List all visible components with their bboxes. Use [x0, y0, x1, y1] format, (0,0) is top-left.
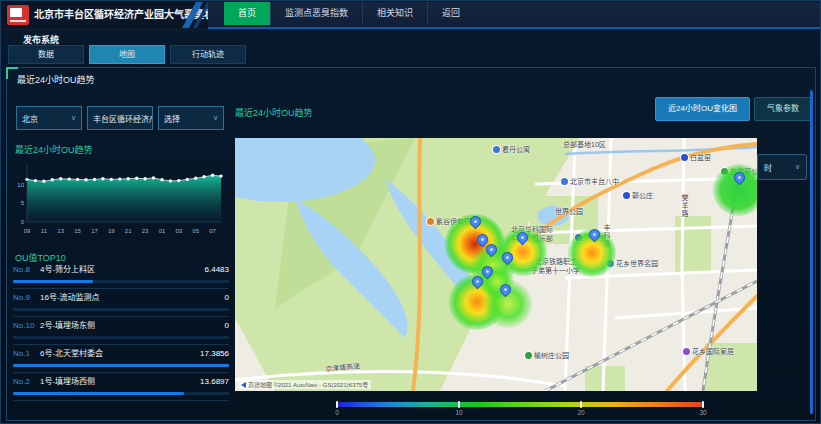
progress-bar — [13, 392, 184, 395]
school-icon — [561, 178, 568, 185]
chevron-down-icon: ∨ — [795, 163, 800, 171]
svg-text:5: 5 — [21, 200, 25, 206]
view-tab-2[interactable]: 行动轨迹 — [170, 45, 246, 64]
top-list-row[interactable]: No.16号-北天堂村委会17.3856 — [13, 345, 229, 373]
progress-bar — [13, 364, 229, 367]
view-tab-0[interactable]: 数据 — [8, 45, 84, 64]
map-label: 榆树庄公园 — [525, 350, 569, 360]
legend-tick-label: 20 — [577, 409, 584, 416]
ou-value: 13.6897 — [200, 376, 229, 388]
amap-logo-icon — [241, 382, 246, 388]
view-tab-1[interactable]: 地图 — [89, 45, 165, 64]
filter-select-0[interactable]: 北京∨ — [16, 106, 82, 130]
progress-bar — [13, 280, 93, 283]
svg-text:10: 10 — [17, 182, 24, 188]
heatmap-blob — [713, 164, 757, 216]
station-name: 2号-填埋场东侧 — [40, 320, 225, 332]
nav-item-3[interactable]: 返回 — [427, 2, 474, 25]
svg-text:11: 11 — [41, 228, 48, 234]
ou-value: 17.3856 — [200, 348, 229, 360]
progress-track — [13, 392, 229, 395]
station-name: 4号-筛分上料区 — [40, 264, 205, 276]
ou-top-list: No.84号-筛分上料区6.4483No.916号-流动监测点0No.102号-… — [13, 261, 229, 401]
subway-icon — [623, 192, 630, 199]
svg-text:23: 23 — [142, 228, 149, 234]
app-logo-icon — [7, 5, 29, 25]
ou-value: 0 — [225, 292, 229, 304]
trend-area-chart: 0510091113151719212301030507 — [11, 156, 227, 238]
legend-tick-mark — [702, 401, 704, 408]
scenic-icon — [427, 218, 434, 225]
svg-text:17: 17 — [91, 228, 98, 234]
nav-item-1[interactable]: 监测点恶臭指数 — [270, 2, 362, 25]
map-label: 郭公庄 — [623, 190, 653, 200]
filter-selects: 北京∨丰台区循环经济产∨选择∨ — [16, 106, 224, 130]
map-section-title: 最近24小时OU趋势 — [235, 106, 313, 119]
map-label: 北京市丰台八中 — [561, 176, 619, 186]
map-label: 世界公园 — [555, 206, 583, 216]
svg-text:21: 21 — [125, 228, 132, 234]
heat-legend-labels: 0102030 — [337, 409, 703, 418]
map-attribution: 高德地图 ©2021 AutoNavi - GS(2021)6375号 — [238, 380, 371, 389]
legend-tick-label: 10 — [455, 409, 462, 416]
svg-text:15: 15 — [74, 228, 81, 234]
panel-scrollbar[interactable] — [810, 90, 813, 414]
legend-tick-mark — [458, 401, 460, 408]
building-icon — [493, 146, 500, 153]
svg-text:13: 13 — [57, 228, 64, 234]
time-unit-select[interactable]: 时 ∨ — [757, 154, 807, 180]
legend-tick-mark — [580, 401, 582, 408]
rank-label: No.1 — [13, 348, 40, 360]
progress-track — [13, 364, 229, 367]
station-name: 1号-填埋场西侧 — [40, 376, 200, 388]
map-label: 总部基地10区 — [563, 139, 606, 149]
svg-text:19: 19 — [108, 228, 115, 234]
legend-tick-mark — [336, 401, 338, 408]
subway-icon — [681, 154, 688, 161]
chevron-down-icon: ∨ — [213, 114, 218, 122]
map-label: 看丹公寓 — [493, 144, 530, 154]
map-label: 樊羊路 — [679, 194, 689, 218]
heat-legend: 0102030 — [337, 402, 703, 418]
progress-track — [13, 308, 229, 311]
top-bar: 北京市丰台区循环经济产业园大气恶臭状况实时 首页监测点恶臭指数相关知识返回 — [1, 1, 820, 30]
top-list-row[interactable]: No.21号-填埋场西侧13.6897 — [13, 373, 229, 401]
station-name: 6号-北天堂村委会 — [40, 348, 200, 360]
rank-label: No.10 — [13, 320, 40, 332]
app-root: 北京市丰台区循环经济产业园大气恶臭状况实时 首页监测点恶臭指数相关知识返回 发布… — [0, 0, 821, 424]
legend-tick-label: 30 — [699, 409, 706, 416]
panel-title: 最近24小时OU趋势 — [17, 73, 95, 86]
rank-label: No.2 — [13, 376, 40, 388]
filter-select-1[interactable]: 丰台区循环经济产∨ — [87, 106, 153, 130]
map-button-1[interactable]: 气象参数 — [754, 97, 812, 121]
mall-icon — [683, 348, 690, 355]
trend-chart-title: 最近24小时OU趋势 — [15, 143, 93, 156]
top-list-row[interactable]: No.916号-流动监测点0 — [13, 289, 229, 317]
ou-value: 6.4483 — [205, 264, 229, 276]
rank-label: No.8 — [13, 264, 40, 276]
top-nav: 首页监测点恶臭指数相关知识返回 — [208, 2, 820, 29]
map-canvas[interactable]: 看丹公寓总部基地10区白盆窑白盆窑公园北京市丰台八中郭公庄世界公园大葆台紫谷伊甸… — [235, 138, 757, 391]
map-button-0[interactable]: 近24小时OU变化图 — [655, 97, 750, 121]
ou-value: 0 — [225, 320, 229, 332]
park-icon — [525, 352, 532, 359]
view-tabs: 数据地图行动轨迹 — [8, 45, 246, 64]
progress-track — [13, 336, 229, 339]
svg-text:0: 0 — [21, 219, 25, 225]
main-panel: 最近24小时OU趋势 北京∨丰台区循环经济产∨选择∨ 最近24小时OU趋势 05… — [6, 67, 816, 421]
top-list-row[interactable]: No.84号-筛分上料区6.4483 — [13, 261, 229, 289]
svg-text:07: 07 — [209, 228, 216, 234]
filter-select-2[interactable]: 选择∨ — [158, 106, 224, 130]
nav-item-0[interactable]: 首页 — [224, 2, 270, 25]
map-label: 花乡国际家居 — [683, 346, 734, 356]
legend-tick-label: 0 — [335, 409, 339, 416]
top-list-row[interactable]: No.102号-填埋场东侧0 — [13, 317, 229, 345]
nav-item-2[interactable]: 相关知识 — [362, 2, 427, 25]
chevron-down-icon: ∨ — [71, 114, 76, 122]
svg-text:03: 03 — [175, 228, 182, 234]
svg-text:01: 01 — [159, 228, 166, 234]
map-label: 白盆窑 — [681, 152, 711, 162]
station-name: 16号-流动监测点 — [40, 292, 225, 304]
rank-label: No.9 — [13, 292, 40, 304]
map-buttons: 近24小时OU变化图气象参数 — [655, 97, 812, 121]
